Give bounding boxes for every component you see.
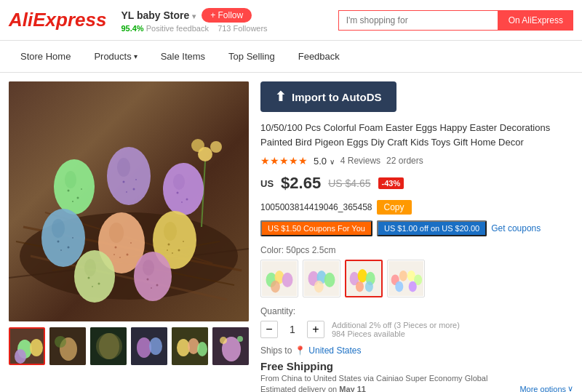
svg-point-93	[356, 281, 364, 292]
search-input[interactable]	[338, 10, 498, 31]
thumbnail-4[interactable]	[131, 327, 167, 365]
follow-button[interactable]: + Follow	[202, 8, 252, 23]
svg-point-77	[220, 337, 227, 344]
color-swatch-3-selected[interactable]	[345, 260, 383, 297]
svg-point-30	[57, 241, 60, 243]
product-images	[9, 81, 249, 392]
svg-point-94	[365, 281, 373, 292]
import-to-autods-button[interactable]: ⬆ Import to AutoDS	[260, 81, 396, 112]
navigation: Store Home Products ▾ Sale Items Top Sel…	[0, 41, 582, 73]
price-row: US $2.65 US $4.65 -43%	[260, 174, 573, 193]
currency-label: US	[260, 178, 274, 189]
svg-point-61	[15, 349, 26, 364]
svg-point-53	[134, 252, 172, 301]
thumbnail-6[interactable]	[212, 327, 249, 365]
shipping-detail: From China to United States via Cainiao …	[260, 374, 573, 383]
current-price: $2.65	[281, 174, 321, 193]
svg-point-19	[123, 181, 125, 183]
quantity-row: − 1 + Additional 2% off (3 Pieces or mor…	[260, 321, 573, 338]
location-icon: 📍	[295, 345, 306, 356]
svg-point-39	[130, 242, 132, 244]
svg-point-27	[181, 201, 183, 203]
main-product-image	[9, 81, 249, 321]
svg-point-17	[107, 147, 151, 205]
nav-top-selling[interactable]: Top Selling	[217, 41, 287, 73]
svg-point-36	[115, 247, 117, 249]
feedback-label: Positive feedback	[146, 24, 209, 33]
search-area: On AliExpress	[338, 10, 573, 31]
svg-point-16	[81, 188, 82, 190]
color-swatch-2[interactable]	[303, 260, 340, 297]
svg-point-67	[99, 333, 119, 359]
svg-point-47	[167, 249, 168, 251]
svg-point-22	[135, 179, 137, 180]
svg-point-9	[191, 139, 204, 152]
chevron-down-icon: ▾	[134, 41, 137, 73]
svg-point-32	[60, 249, 62, 251]
quantity-note: Additional 2% off (3 Pieces or more) 984…	[332, 321, 460, 338]
svg-point-37	[127, 254, 129, 256]
svg-point-23	[163, 163, 204, 215]
thumbnail-5[interactable]	[172, 327, 208, 365]
svg-point-31	[68, 247, 70, 249]
thumbnail-2[interactable]	[49, 327, 86, 365]
quantity-increase-button[interactable]: +	[307, 321, 324, 338]
upload-icon: ⬆	[275, 89, 286, 105]
quantity-value: 1	[285, 324, 300, 335]
nav-store-home[interactable]: Store Home	[9, 41, 82, 73]
svg-point-26	[186, 199, 188, 201]
svg-point-74	[197, 342, 207, 356]
feedback-percent: 95.4%	[121, 24, 143, 33]
thumbnail-3[interactable]	[90, 327, 127, 365]
ships-label: Ships to	[260, 345, 292, 356]
nav-feedback[interactable]: Feedback	[287, 41, 351, 73]
product-id: 1005003814419046_365458	[260, 202, 372, 212]
svg-point-14	[77, 197, 79, 199]
svg-point-12	[65, 171, 76, 188]
main-content: ⬆ Import to AutoDS 10/50/100 Pcs Colorfu…	[0, 73, 582, 392]
thumbnail-1[interactable]	[9, 327, 45, 365]
svg-point-82	[282, 273, 293, 287]
rating-row: ★★★★★ 5.0 ∨ 4 Reviews 22 orders	[260, 155, 573, 167]
svg-point-51	[98, 283, 100, 285]
svg-point-20	[133, 188, 135, 191]
more-options-link[interactable]: More options ∨	[519, 384, 573, 392]
free-shipping-label: Free Shipping	[260, 360, 573, 372]
svg-point-57	[151, 287, 152, 289]
svg-point-91	[358, 269, 367, 282]
svg-point-54	[143, 260, 154, 276]
svg-point-25	[177, 192, 179, 194]
color-swatch-1[interactable]	[260, 260, 298, 297]
product-title: 10/50/100 Pcs Colorful Foam Easter Eggs …	[260, 121, 573, 149]
product-id-row: 1005003814419046_365458 Copy	[260, 200, 573, 215]
svg-point-52	[92, 286, 93, 287]
coupon-row: US $1.50 Coupons For You US $1.00 off on…	[260, 220, 573, 236]
svg-point-15	[72, 201, 73, 202]
copy-button[interactable]: Copy	[377, 200, 412, 215]
color-swatch-4[interactable]	[387, 260, 425, 297]
svg-point-101	[409, 281, 417, 292]
original-price: US $4.65	[328, 177, 370, 189]
svg-point-29	[52, 219, 65, 238]
ships-destination-link[interactable]: United States	[308, 345, 361, 356]
svg-point-64	[55, 336, 66, 348]
svg-point-78	[237, 336, 243, 342]
svg-point-42	[164, 222, 177, 241]
svg-point-24	[173, 174, 185, 190]
coupon-2-button[interactable]: US $1.00 off on US $20.00	[377, 220, 487, 236]
quantity-decrease-button[interactable]: −	[260, 321, 278, 338]
thumbnail-row	[9, 327, 249, 365]
nav-products[interactable]: Products ▾	[82, 41, 148, 73]
svg-point-56	[156, 284, 159, 287]
search-button[interactable]: On AliExpress	[498, 10, 573, 31]
star-icons: ★★★★★	[260, 155, 308, 167]
product-details: ⬆ Import to AutoDS 10/50/100 Pcs Colorfu…	[260, 81, 573, 392]
svg-point-44	[178, 249, 180, 252]
svg-point-100	[395, 281, 403, 292]
coupon-1-button[interactable]: US $1.50 Coupons For You	[260, 220, 372, 236]
nav-sale-items[interactable]: Sale Items	[149, 41, 217, 73]
svg-point-45	[172, 252, 173, 254]
color-swatches	[260, 260, 573, 297]
svg-point-18	[117, 158, 130, 177]
get-coupons-link[interactable]: Get coupons	[491, 223, 541, 233]
